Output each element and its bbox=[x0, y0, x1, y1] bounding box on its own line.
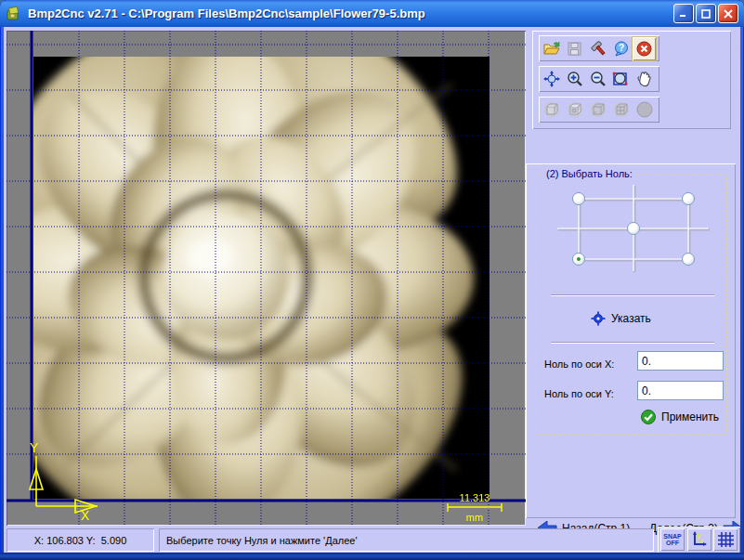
zero-point-bottom-left[interactable] bbox=[572, 253, 585, 266]
snap-label-line2: OFF bbox=[666, 540, 679, 546]
open-folder-icon bbox=[543, 41, 560, 56]
maximize-icon bbox=[701, 9, 711, 19]
apply-button[interactable]: Применить bbox=[641, 410, 719, 424]
toolbar-view-row bbox=[539, 66, 659, 92]
save-disk-icon bbox=[568, 42, 581, 56]
origin-axes-marker: Y X bbox=[16, 437, 118, 526]
scale-ruler-icon bbox=[444, 503, 505, 512]
cube-icon bbox=[613, 101, 630, 118]
app-window: Bmp2Cnc v2.71 - C:\Program Files\Bmp2Cnc… bbox=[0, 0, 744, 560]
axis-x-label: X bbox=[81, 508, 90, 523]
hammer-icon bbox=[590, 41, 607, 57]
svg-text:x: x bbox=[699, 538, 703, 544]
pan-hand-button[interactable] bbox=[633, 68, 656, 91]
apply-label: Применить bbox=[661, 410, 719, 423]
hand-icon bbox=[636, 71, 652, 87]
zero-point-bottom-right[interactable] bbox=[682, 253, 695, 266]
exit-icon bbox=[636, 41, 652, 57]
zero-y-label: Ноль по оси Y: bbox=[544, 388, 614, 399]
view3d-cube3-button[interactable] bbox=[586, 98, 609, 122]
maximize-button[interactable] bbox=[696, 4, 716, 23]
exit-button[interactable] bbox=[633, 37, 656, 60]
select-zero-groupbox: (2) Выбрать Ноль: bbox=[536, 175, 727, 435]
save-file-button[interactable] bbox=[563, 37, 586, 60]
minimize-button[interactable] bbox=[673, 4, 694, 23]
help-button[interactable]: ? bbox=[609, 37, 633, 60]
grid-icon bbox=[718, 532, 734, 547]
view3d-sphere-button[interactable] bbox=[633, 98, 656, 122]
help-icon: ? bbox=[613, 41, 630, 57]
status-coordinates: X: 106.803 Y: 5.090 bbox=[34, 535, 127, 546]
client-area: Y X 11.313 mm bbox=[4, 27, 740, 553]
tools-button[interactable] bbox=[586, 37, 609, 60]
window-bottom-border bbox=[0, 553, 744, 560]
scale-unit: mm bbox=[441, 512, 508, 523]
axes-icon: y x bbox=[691, 531, 708, 548]
axis-y-label: Y bbox=[30, 440, 39, 455]
separator bbox=[551, 342, 714, 344]
zoom-window-icon bbox=[612, 71, 630, 87]
zero-point-center[interactable] bbox=[627, 222, 640, 235]
separator bbox=[551, 294, 714, 296]
zero-point-top-right[interactable] bbox=[682, 192, 695, 205]
status-coordinates-panel: X: 106.803 Y: 5.090 bbox=[7, 528, 154, 552]
snap-toolbar: SNAP OFF y x bbox=[658, 527, 740, 553]
toolbar-file-row: ? bbox=[539, 35, 659, 61]
cube-icon bbox=[543, 101, 560, 118]
zoom-in-button[interactable] bbox=[563, 68, 586, 91]
drawing-canvas[interactable]: Y X 11.313 mm bbox=[7, 31, 526, 526]
flower-relief-image bbox=[33, 57, 489, 499]
title-bar: Bmp2Cnc v2.71 - C:\Program Files\Bmp2Cnc… bbox=[0, 0, 744, 27]
zoom-window-button[interactable] bbox=[609, 68, 633, 91]
cube-icon bbox=[590, 101, 607, 118]
apply-check-icon bbox=[641, 410, 656, 424]
indicate-label: Указать bbox=[611, 312, 651, 325]
toolbox-panel: ? bbox=[532, 31, 731, 129]
view3d-cube1-button[interactable] bbox=[540, 98, 563, 122]
pan-view-button[interactable] bbox=[540, 68, 563, 91]
status-message-panel: Выберите точку Нуля и нажмите 'Далее' bbox=[159, 528, 654, 552]
zero-panel: (2) Выбрать Ноль: bbox=[526, 163, 736, 518]
snap-label-line1: SNAP bbox=[663, 533, 681, 540]
zoom-out-button[interactable] bbox=[586, 68, 609, 91]
snap-toggle-button[interactable]: SNAP OFF bbox=[660, 528, 685, 551]
minimize-icon bbox=[679, 9, 688, 18]
status-message: Выберите точку Нуля и нажмите 'Далее' bbox=[166, 535, 358, 546]
pan-crosshair-icon bbox=[543, 71, 560, 87]
view3d-cube2-button[interactable] bbox=[563, 98, 586, 122]
show-grid-button[interactable] bbox=[713, 528, 737, 551]
zoom-out-icon bbox=[590, 71, 607, 87]
zero-y-input[interactable] bbox=[637, 381, 724, 400]
close-button[interactable] bbox=[718, 4, 738, 23]
show-axes-button[interactable]: y x bbox=[687, 528, 711, 551]
indicate-crosshair-icon bbox=[591, 311, 606, 326]
zero-x-input[interactable] bbox=[637, 351, 724, 371]
cube-icon bbox=[567, 101, 583, 118]
svg-text:?: ? bbox=[618, 43, 623, 53]
toolbar-3d-row bbox=[539, 97, 659, 123]
zero-x-label: Ноль по оси X: bbox=[544, 358, 614, 370]
close-icon bbox=[724, 9, 733, 19]
open-file-button[interactable] bbox=[540, 37, 563, 60]
zoom-in-icon bbox=[567, 71, 583, 87]
window-title: Bmp2Cnc v2.71 - C:\Program Files\Bmp2Cnc… bbox=[28, 7, 672, 20]
app-icon bbox=[6, 6, 22, 22]
view3d-cube4-button[interactable] bbox=[609, 98, 633, 122]
indicate-button[interactable]: Указать bbox=[591, 311, 651, 326]
zero-point-top-left[interactable] bbox=[572, 192, 585, 205]
sphere-icon bbox=[636, 101, 653, 118]
